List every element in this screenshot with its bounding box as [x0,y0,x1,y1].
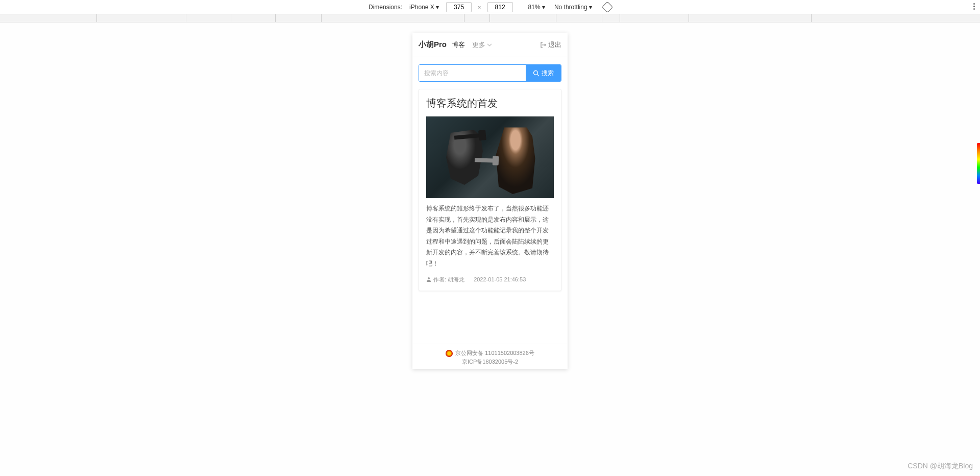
post-image [426,116,554,198]
logout-button[interactable]: 退出 [540,40,561,50]
post-author: 作者: 胡海龙 [426,276,464,283]
search-icon [533,70,540,77]
post-meta: 作者: 胡海龙 2022-01-05 21:46:53 [426,276,554,283]
dimension-separator: × [478,4,481,10]
post-card[interactable]: 博客系统的首发 博客系统的雏形终于发布了，当然很多功能还没有实现，首先实现的是发… [419,89,561,291]
app-footer: 京公网安备 11011502003826号 京ICP备18032005号-2 [412,344,568,369]
nav-more[interactable]: 更多 [472,40,492,50]
nav-more-label: 更多 [472,40,485,50]
rotate-icon[interactable] [602,1,614,13]
app-logo[interactable]: 小胡Pro [419,40,447,50]
device-frame: 小胡Pro 博客 更多 退出 搜索 [412,33,568,369]
height-input[interactable] [487,2,513,12]
search-input[interactable] [419,65,526,81]
user-icon [426,277,431,282]
device-viewport: 小胡Pro 博客 更多 退出 搜索 [0,22,980,476]
devtools-toolbar: Dimensions: iPhone X ▾ × 81% ▾ No thrott… [0,0,980,14]
svg-point-0 [534,70,538,75]
zoom-select[interactable]: 81% ▾ [526,3,547,12]
post-excerpt: 博客系统的雏形终于发布了，当然很多功能还没有实现，首先实现的是发布内容和展示，这… [426,203,554,270]
app-body: 搜索 博客系统的首发 博客系统的雏形终于发布了，当然很多功能还没有实现，首先实现… [412,57,568,298]
logout-label: 退出 [548,40,561,50]
police-badge-icon [446,350,453,357]
svg-point-2 [428,277,430,279]
post-date: 2022-01-05 21:46:53 [474,276,526,282]
search-button[interactable]: 搜索 [526,65,561,81]
chevron-down-icon [487,42,492,47]
svg-line-1 [537,74,540,76]
app-header: 小胡Pro 博客 更多 退出 [412,33,568,57]
width-input[interactable] [446,2,472,12]
color-scale-bar [977,143,980,184]
nav-blog[interactable]: 博客 [452,40,465,50]
search-bar: 搜索 [419,64,561,82]
logout-icon [540,42,546,48]
search-button-label: 搜索 [542,69,554,78]
device-select[interactable]: iPhone X ▾ [407,3,441,12]
watermark: CSDN @胡海龙Blog [908,462,973,471]
dimensions-label: Dimensions: [369,4,402,11]
throttling-select[interactable]: No throttling ▾ [552,3,594,12]
ruler [0,14,980,22]
footer-beian-2[interactable]: 京ICP备18032005号-2 [412,358,568,366]
kebab-menu-icon[interactable] [973,3,975,10]
post-title: 博客系统的首发 [426,97,554,110]
footer-beian-1[interactable]: 京公网安备 11011502003826号 [455,349,534,357]
